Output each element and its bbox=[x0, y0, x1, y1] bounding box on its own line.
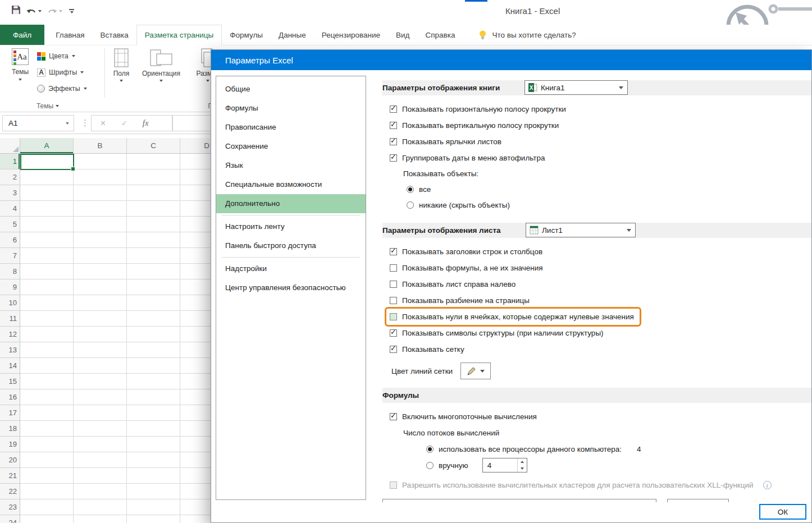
dialog-nav-item[interactable]: Центр управления безопасностью bbox=[216, 278, 366, 297]
row-header[interactable]: 24 bbox=[0, 515, 20, 523]
row-header[interactable]: 3 bbox=[0, 185, 20, 201]
cutoff-combo bbox=[382, 499, 656, 502]
save-icon[interactable] bbox=[11, 5, 21, 17]
row-header[interactable]: 6 bbox=[0, 232, 20, 248]
margins-button[interactable]: Поля bbox=[109, 48, 134, 82]
ribbon-tab[interactable]: Вид bbox=[388, 25, 417, 45]
row-header[interactable]: 21 bbox=[0, 468, 20, 484]
dialog-nav-item[interactable]: Правописание bbox=[216, 118, 366, 137]
info-icon[interactable]: i bbox=[763, 481, 772, 489]
sheet-selector-value: Лист1 bbox=[542, 226, 563, 235]
tab-file[interactable]: Файл bbox=[0, 25, 44, 45]
checkbox[interactable] bbox=[390, 264, 397, 272]
column-header[interactable]: A bbox=[20, 138, 74, 153]
ribbon-tab[interactable]: Главная bbox=[48, 25, 92, 45]
row-header[interactable]: 14 bbox=[0, 358, 20, 374]
row-header[interactable]: 7 bbox=[0, 248, 20, 264]
chevron-down-icon bbox=[627, 229, 631, 232]
dialog-title-bar[interactable]: Параметры Excel bbox=[211, 50, 811, 70]
ribbon-tab[interactable]: Вставка bbox=[93, 25, 136, 45]
row-header[interactable]: 15 bbox=[0, 374, 20, 389]
checkbox[interactable] bbox=[390, 313, 397, 320]
theme-fonts-button[interactable]: A Шрифты bbox=[37, 66, 84, 79]
checkbox[interactable] bbox=[390, 122, 397, 129]
row-headers[interactable]: 123456789101112131415161718192021222324 bbox=[0, 154, 20, 523]
row-header[interactable]: 10 bbox=[0, 295, 20, 311]
spinner-arrows[interactable] bbox=[517, 458, 527, 472]
chevron-down-icon[interactable] bbox=[66, 122, 69, 125]
row-header[interactable]: 9 bbox=[0, 279, 20, 295]
row-header[interactable]: 5 bbox=[0, 217, 20, 232]
chevron-down-icon[interactable] bbox=[38, 10, 42, 12]
ribbon-tab[interactable]: Данные bbox=[271, 25, 314, 45]
row-header[interactable]: 16 bbox=[0, 389, 20, 405]
checkbox[interactable] bbox=[390, 154, 397, 162]
checkbox[interactable] bbox=[390, 138, 397, 145]
select-all-corner[interactable] bbox=[0, 138, 20, 154]
dialog-nav-item[interactable]: Дополнительно bbox=[216, 194, 366, 213]
gridline-color-button[interactable] bbox=[460, 363, 491, 379]
ribbon-tab[interactable]: Формулы bbox=[222, 25, 271, 45]
radio-button[interactable] bbox=[407, 186, 414, 193]
row-header[interactable]: 18 bbox=[0, 421, 20, 437]
checkbox[interactable] bbox=[390, 297, 397, 304]
ribbon-tab-active[interactable]: Разметка страницы bbox=[136, 25, 222, 45]
margins-icon bbox=[114, 48, 129, 67]
dialog-nav-item[interactable]: Панель быстрого доступа bbox=[216, 236, 366, 255]
ribbon-tab[interactable]: Справка bbox=[417, 25, 463, 45]
row-header[interactable]: 19 bbox=[0, 437, 20, 452]
margins-label: Поля bbox=[113, 70, 130, 77]
row-header[interactable]: 22 bbox=[0, 484, 20, 499]
tell-me-box[interactable]: Что вы хотите сделать? bbox=[478, 25, 576, 45]
radio-button[interactable] bbox=[407, 201, 414, 209]
row-header[interactable]: 23 bbox=[0, 499, 20, 515]
theme-effects-button[interactable]: Эффекты bbox=[37, 82, 87, 95]
workbook-selector[interactable]: X Книга1 bbox=[524, 80, 628, 95]
dialog-nav-item[interactable]: Надстройки bbox=[216, 259, 366, 278]
column-header[interactable]: C bbox=[127, 138, 180, 153]
row-header[interactable]: 12 bbox=[0, 327, 20, 342]
svg-text:X: X bbox=[530, 85, 533, 91]
option-row: Включить многопоточные вычисления bbox=[382, 409, 811, 425]
checkbox[interactable] bbox=[390, 281, 397, 288]
theme-colors-button[interactable]: Цвета bbox=[37, 49, 75, 63]
cutoff-button bbox=[667, 499, 729, 502]
dialog-nav-item[interactable]: Формулы bbox=[216, 99, 366, 118]
checkbox[interactable] bbox=[390, 413, 397, 420]
checkbox[interactable] bbox=[390, 346, 397, 353]
undo-button[interactable] bbox=[26, 7, 42, 15]
radio-button[interactable] bbox=[426, 462, 434, 469]
dialog-nav-item[interactable]: Общие bbox=[216, 80, 366, 99]
ribbon-tab[interactable]: Рецензирование bbox=[314, 25, 388, 45]
threads-spinner[interactable]: 4 bbox=[482, 458, 527, 472]
insert-function-icon[interactable]: fx bbox=[143, 118, 149, 128]
row-header[interactable]: 1 bbox=[0, 154, 20, 169]
sheet-selector[interactable]: Лист1 bbox=[526, 223, 636, 237]
radio-button[interactable] bbox=[426, 446, 434, 453]
row-header[interactable]: 4 bbox=[0, 201, 20, 217]
row-header[interactable]: 17 bbox=[0, 405, 20, 421]
name-box[interactable]: A1 bbox=[2, 115, 74, 131]
dialog-nav-item[interactable]: Специальные возможности bbox=[216, 175, 366, 194]
row-header[interactable]: 8 bbox=[0, 264, 20, 279]
dialog-nav-item[interactable]: Сохранение bbox=[216, 137, 366, 156]
orientation-button[interactable]: Ориентация bbox=[138, 48, 185, 82]
checkbox[interactable] bbox=[390, 248, 397, 255]
dialog-nav-item[interactable]: Язык bbox=[216, 156, 366, 175]
spinner-up-icon[interactable] bbox=[518, 458, 527, 465]
row-header[interactable]: 20 bbox=[0, 452, 20, 468]
gridline-color-label: Цвет линий сетки bbox=[391, 367, 453, 375]
row-header[interactable]: 2 bbox=[0, 169, 20, 185]
row-header[interactable]: 13 bbox=[0, 342, 20, 358]
row-header[interactable]: 11 bbox=[0, 311, 20, 327]
column-header[interactable]: B bbox=[74, 138, 127, 153]
radio-row: никакие (скрыть объекты) bbox=[382, 197, 811, 213]
dialog-nav-item[interactable]: Настроить ленту bbox=[216, 217, 366, 236]
spinner-down-icon[interactable] bbox=[518, 465, 527, 472]
ok-button[interactable]: ОК bbox=[759, 504, 806, 520]
themes-button[interactable]: Aa Темы bbox=[7, 48, 34, 81]
checkbox[interactable] bbox=[390, 329, 397, 337]
nav-separator bbox=[222, 257, 360, 258]
customize-qat-button[interactable] bbox=[69, 9, 74, 13]
checkbox[interactable] bbox=[390, 105, 397, 113]
